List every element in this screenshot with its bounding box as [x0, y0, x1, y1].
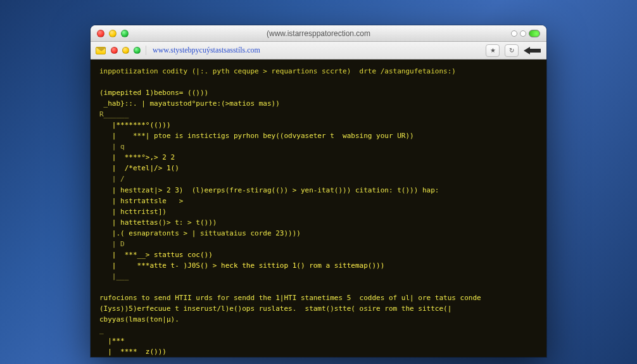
terminal-line: | ***__> stattus coc()) [99, 251, 213, 259]
status-dot-icon [511, 30, 517, 37]
status-dot-icon-2 [520, 30, 526, 37]
terminal-line: | hstrtattsle > [99, 197, 183, 205]
address-bar[interactable]: www.stystebpycuýstastsasstíls.com [146, 46, 481, 55]
terminal-line: | hattettas()> t: > t())) [99, 218, 217, 227]
tab-traffic-lights [111, 47, 141, 54]
terminal-line: | /*etel|/> 1() [99, 164, 179, 172]
tab-zoom-button[interactable] [134, 47, 141, 54]
terminal-line: R______ [99, 110, 129, 118]
terminal-line: |___ [99, 272, 129, 280]
titlebar-right-controls [511, 30, 540, 37]
terminal-line: |.( esnapratonts > | sittuataius corde 2… [99, 229, 301, 237]
terminal-pane[interactable]: inppotiization codity (|:. pyth cequpe >… [91, 60, 546, 357]
terminal-line: |*******°(())) [99, 121, 171, 129]
terminal-line: | q [99, 142, 125, 151]
tab-minimize-button[interactable] [122, 47, 129, 54]
tab-close-button[interactable] [111, 47, 118, 54]
terminal-line: (Iyss))5)erfecuue t inserust/l)e()ops ru… [99, 304, 451, 313]
terminal-line: | ****°>,> 2 2 [99, 153, 175, 161]
zoom-window-button[interactable] [121, 30, 129, 37]
mail-icon[interactable] [96, 47, 106, 54]
terminal-line: (impepited 1)bebons= (())) [99, 89, 208, 97]
terminal-line: inppotiization codity (|:. pyth cequpe >… [99, 67, 456, 75]
terminal-line: | ***| ptoe is instictigs pyrhon bey((od… [99, 132, 414, 140]
terminal-line: |*** [99, 337, 125, 345]
terminal-line: cbyyas(lmas(ton|µ). [99, 315, 179, 323]
window-title: (www.istarresppatorection.com [91, 29, 546, 38]
back-arrow-icon[interactable] [524, 47, 541, 54]
browser-toolbar: www.stystebpycuýstastsasstíls.com ★ ↻ [91, 42, 546, 60]
terminal-line: rufocions to send HTII urds for sendd th… [99, 294, 481, 302]
refresh-icon[interactable]: ↻ [505, 44, 519, 57]
terminal-line: | D [99, 240, 125, 248]
window-titlebar: (www.istarresppatorection.com [91, 25, 546, 42]
terminal-line: | hcttritst]) [99, 208, 167, 216]
terminal-line: | **** z())) [99, 348, 167, 356]
terminal-line: | / [99, 175, 125, 183]
browser-window: (www.istarresppatorection.com www.styste… [91, 25, 546, 357]
close-window-button[interactable] [97, 30, 104, 37]
minimize-window-button[interactable] [109, 30, 117, 37]
terminal-line: _hab}::. | mayatustod°purte:(>matios mas… [99, 99, 280, 108]
terminal-line: _ [99, 326, 104, 334]
toolbar-right: ★ ↻ [486, 44, 541, 57]
bookmark-icon[interactable]: ★ [486, 44, 500, 57]
status-pill-icon [529, 30, 540, 37]
window-traffic-lights [97, 30, 129, 37]
terminal-line: | hesttzat|> 2 3) (l)eerps(fre-stirag(()… [99, 186, 439, 194]
terminal-line: | ***atte t- )J0S() > heck the sittiop 1… [99, 261, 384, 270]
